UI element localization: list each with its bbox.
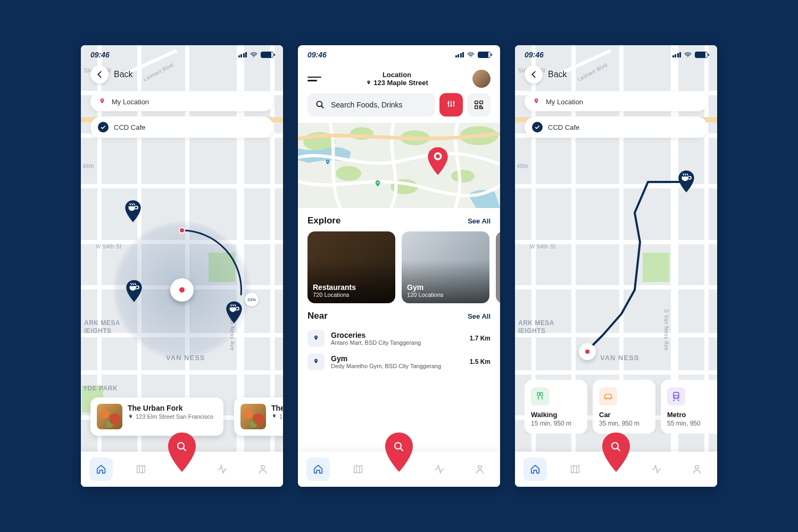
district-label: YDE PARK [83,385,118,392]
back-button[interactable] [525,65,543,84]
user-icon [474,463,486,475]
see-all-link[interactable]: See All [468,312,491,320]
map-pin-coffee[interactable] [123,200,143,223]
screen-explore: 09:46 Location 123 Maple Street Search F… [298,45,500,487]
mode-sub: 15 min, 950 m [531,420,581,427]
nav-profile[interactable] [468,458,492,481]
origin-value: My Location [546,98,583,106]
signal-icon [672,52,681,57]
check-icon [532,122,543,132]
search-input[interactable]: Search Foods, Drinks [307,93,435,117]
signal-icon [455,52,464,57]
near-label: Near [307,311,328,321]
search-icon [315,99,326,110]
battery-icon [695,52,708,58]
qr-button[interactable] [467,93,491,117]
result-card[interactable]: The Urban Fork 123 Elm Street San Franci… [90,397,223,436]
destination-field[interactable]: CCD Cafe [525,117,708,138]
map-pin-destination[interactable] [677,170,696,193]
explore-card-restaurants[interactable]: Restaurants 720 Locations [307,231,395,303]
nav-profile[interactable] [251,458,275,481]
explore-card-more[interactable] [496,231,500,303]
current-location-dot [170,278,194,302]
map-pin-tertiary [323,158,332,170]
nav-activity[interactable] [211,458,234,481]
explore-row[interactable]: Restaurants 720 Locations Gym 120 Locati… [298,231,500,303]
result-address: 1 [271,413,283,420]
near-title: Groceries [331,331,463,339]
explore-card-gym[interactable]: Gym 120 Locations [402,231,489,303]
svg-point-21 [179,228,185,233]
map-preview[interactable] [298,123,500,208]
avatar[interactable] [472,70,491,88]
signal-icon [238,52,247,57]
see-all-link[interactable]: See All [468,217,491,225]
near-title: Gym [331,354,463,363]
search-fab[interactable] [165,431,199,473]
near-item[interactable]: GroceriesAntaro Mart, BSD City Tanggeran… [298,327,500,350]
mode-title: Car [599,411,649,419]
menu-button[interactable] [307,77,321,81]
filter-button[interactable] [439,93,463,117]
map-pin-coffee[interactable] [225,301,244,324]
pin-icon [307,353,325,370]
status-bar: 09:46 [515,45,717,62]
nav-activity[interactable] [428,458,451,481]
nav-map[interactable] [347,458,370,481]
mode-title: Metro [667,411,717,419]
mode-card-walking[interactable]: Walking 15 min, 950 m [525,380,587,434]
location-label: Location [365,71,428,79]
map-icon [136,463,147,475]
map-pin-coffee[interactable] [124,279,144,303]
home-icon [529,463,541,475]
battery-icon [261,52,273,58]
search-fab[interactable] [599,431,633,473]
status-time: 09:46 [90,51,110,59]
location-selector[interactable]: Location 123 Maple Street [365,71,428,87]
chevron-left-icon [528,69,539,80]
back-row: Back [81,62,283,87]
near-item[interactable]: GymDedy Maretho Gym, BSD City Tanggerang… [298,350,500,373]
nav-activity[interactable] [645,458,668,481]
nav-home[interactable] [89,458,113,481]
back-label: Back [548,70,567,79]
map-icon [353,463,364,475]
nav-map[interactable] [564,458,587,481]
result-card[interactable]: The 1 [234,397,283,436]
wifi-icon [250,52,258,58]
metro-icon [667,387,685,405]
nav-home[interactable] [523,458,547,481]
transport-modes[interactable]: Walking 15 min, 950 m Car 35 min, 950 m … [525,380,717,434]
back-label: Back [114,70,133,79]
explore-label: Explore [307,215,340,226]
nav-home[interactable] [306,458,330,481]
mode-card-car[interactable]: Car 35 min, 950 m [593,380,655,434]
walking-icon [531,387,549,405]
map-pin-primary [426,146,450,176]
pin-icon [365,80,372,86]
origin-field[interactable]: My Location [90,92,273,111]
qr-icon [473,99,484,110]
explore-card-title: Restaurants [313,283,390,292]
result-name: The [271,404,283,412]
origin-field[interactable]: My Location [525,92,708,111]
explore-card-sub: 120 Locations [407,292,484,298]
nav-map[interactable] [130,458,153,481]
street-label: 48th [517,163,528,169]
screen-route: Stocker St Leimert Blvd 48th W 54th St S… [515,45,717,487]
pin-icon [271,413,277,419]
home-icon [95,463,107,475]
destination-field[interactable]: CCD Cafe [90,117,273,138]
near-distance: 1.5 Km [470,358,491,365]
svg-point-31 [436,154,439,158]
pin-icon [532,97,541,106]
pin-icon [128,414,134,420]
district-label: IEIGHTS [518,327,546,335]
back-button[interactable] [90,65,109,84]
mode-title: Walking [531,411,581,419]
mode-card-metro[interactable]: Metro 55 min, 950 [661,380,717,434]
district-label: VAN NESS [600,354,639,362]
near-sub: Antaro Mart, BSD City Tanggerang [331,339,463,346]
nav-profile[interactable] [685,458,709,481]
search-fab[interactable] [382,431,416,473]
